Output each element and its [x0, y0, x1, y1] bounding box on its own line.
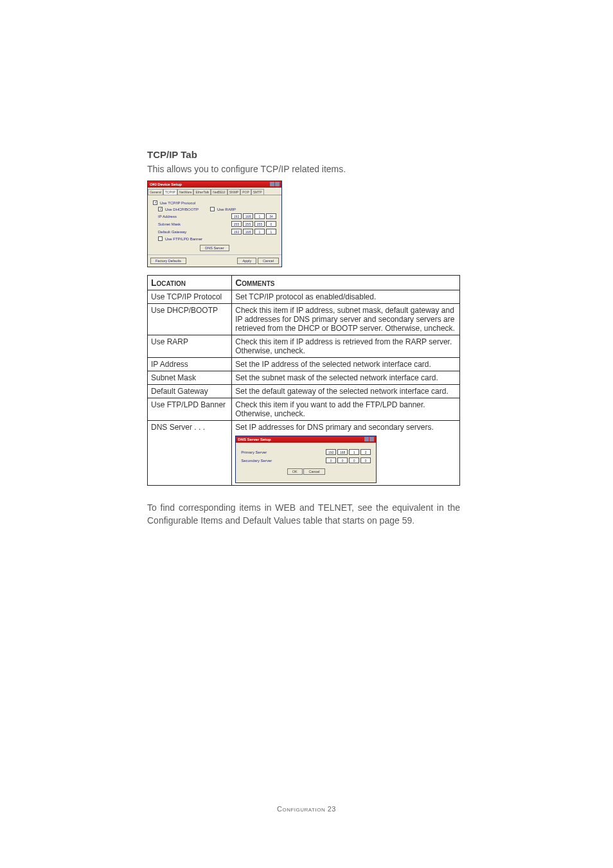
- closing-paragraph: To find corresponding items in WEB and T…: [147, 501, 460, 527]
- ip-octet[interactable]: 192: [231, 213, 242, 219]
- subnet-label: Subnet Mask: [158, 222, 193, 226]
- gateway-octet[interactable]: 1: [254, 229, 265, 235]
- ip-address-label: IP Address: [158, 215, 193, 218]
- dialog-tabs: GeneralTCP/IPNetWareEtherTalkNetBEUISNMP…: [148, 188, 281, 195]
- dns-primary-octet[interactable]: 192: [326, 449, 336, 455]
- gateway-octet[interactable]: 1: [266, 229, 276, 235]
- td-location: DNS Server . . .: [148, 421, 232, 486]
- help-icon[interactable]: [364, 437, 369, 441]
- dns-secondary-octet[interactable]: 0: [349, 457, 359, 463]
- td-comments: Set IP addresses for DNS primary and sec…: [232, 421, 460, 486]
- td-comments: Set the default gateway of the selected …: [232, 385, 460, 398]
- section-title: TCP/IP Tab: [147, 149, 460, 160]
- ip-octet[interactable]: 1: [254, 213, 265, 219]
- ip-octet[interactable]: 34: [266, 213, 276, 219]
- th-comments: Comments: [232, 276, 460, 290]
- tab-netbeui[interactable]: NetBEUI: [211, 189, 227, 195]
- comments-table: Location Comments Use TCP/IP ProtocolSet…: [147, 275, 460, 486]
- dns-dialog-titlebar: DNS Server Setup: [236, 436, 376, 443]
- tab-pop[interactable]: POP: [240, 189, 251, 195]
- td-comments: Set TCP/IP protocol as enabled/disabled.: [232, 290, 460, 304]
- tab-tcp-ip[interactable]: TCP/IP: [163, 189, 177, 195]
- td-location: Use FTP/LPD Banner: [148, 398, 232, 421]
- ftp-lpd-label: Use FTP/LPD Banner: [165, 237, 202, 241]
- window-buttons: [269, 182, 280, 187]
- dialog-titlebar: OKI Device Setup: [148, 181, 281, 188]
- td-comments: Check this item if you want to add the F…: [232, 398, 460, 421]
- td-location: Subnet Mask: [148, 371, 232, 385]
- use-rarp-label: Use RARP: [217, 208, 236, 211]
- subnet-octet[interactable]: 255: [243, 221, 253, 227]
- gateway-octet[interactable]: 168: [243, 229, 253, 235]
- dialog-title: OKI Device Setup: [150, 182, 182, 186]
- dns-primary-octet[interactable]: 2: [360, 449, 371, 455]
- tab-general[interactable]: General: [148, 189, 163, 195]
- dns-dialog: DNS Server SetupPrimary Server19216812Se…: [235, 436, 377, 483]
- dns-primary-octet[interactable]: 168: [337, 449, 348, 455]
- table-row: Use TCP/IP ProtocolSet TCP/IP protocol a…: [148, 290, 460, 304]
- td-comments: Set the IP address of the selected netwo…: [232, 358, 460, 371]
- table-row: IP AddressSet the IP address of the sele…: [148, 358, 460, 371]
- dns-dialog-title: DNS Server Setup: [238, 438, 271, 441]
- close-icon[interactable]: [275, 182, 280, 186]
- td-location: Use TCP/IP Protocol: [148, 290, 232, 304]
- th-location: Location: [148, 276, 232, 290]
- table-row: DNS Server . . .Set IP addresses for DNS…: [148, 421, 460, 486]
- window-buttons: [364, 437, 374, 442]
- ftp-lpd-checkbox[interactable]: [158, 236, 163, 241]
- dns-secondary-octet[interactable]: 0: [337, 457, 348, 463]
- table-row: Use FTP/LPD BannerCheck this item if you…: [148, 398, 460, 421]
- table-row: Use DHCP/BOOTPCheck this item if IP addr…: [148, 304, 460, 335]
- subnet-octet[interactable]: 255: [231, 221, 242, 227]
- dns-primary-octet[interactable]: 1: [349, 449, 359, 455]
- tab-smtp[interactable]: SMTP: [251, 189, 264, 195]
- tcpip-dialog: OKI Device Setup GeneralTCP/IPNetWareEth…: [147, 181, 282, 267]
- dns-secondary-octet[interactable]: 0: [326, 457, 336, 463]
- td-location: IP Address: [148, 358, 232, 371]
- subnet-octet[interactable]: 255: [254, 221, 265, 227]
- table-row: Default GatewaySet the default gateway o…: [148, 385, 460, 398]
- td-comments: Check this item if IP address, subnet ma…: [232, 304, 460, 335]
- help-icon[interactable]: [270, 182, 274, 186]
- cancel-button[interactable]: Cancel: [258, 258, 279, 264]
- use-tcpip-checkbox[interactable]: [153, 200, 157, 205]
- use-rarp-checkbox[interactable]: [210, 207, 215, 211]
- apply-button[interactable]: Apply: [237, 258, 256, 264]
- td-comments: Set the subnet mask of the selected netw…: [232, 371, 460, 385]
- table-row: Use RARPCheck this item if IP address is…: [148, 335, 460, 358]
- page-footer: Configuration 23: [0, 805, 613, 813]
- tab-netware[interactable]: NetWare: [177, 189, 194, 195]
- use-dhcp-label: Use DHCP/BOOTP: [165, 208, 199, 211]
- use-dhcp-checkbox[interactable]: [158, 207, 163, 211]
- td-comments: Check this item if IP address is retriev…: [232, 335, 460, 358]
- tab-ethertalk[interactable]: EtherTalk: [193, 189, 211, 195]
- subnet-octet[interactable]: 0: [266, 221, 276, 227]
- close-icon[interactable]: [369, 437, 374, 441]
- dns-secondary-octet[interactable]: 0: [360, 457, 371, 463]
- dns-secondary-label: Secondary Server: [241, 459, 286, 463]
- table-row: Subnet MaskSet the subnet mask of the se…: [148, 371, 460, 385]
- ip-octet[interactable]: 168: [243, 213, 253, 219]
- dns-ok-button[interactable]: OK: [287, 468, 303, 475]
- intro-text: This allows you to configure TCP/IP rela…: [147, 164, 460, 174]
- use-tcpip-label: Use TCP/IP Protocol: [160, 201, 195, 205]
- gateway-octet[interactable]: 192: [231, 229, 242, 235]
- gateway-label: Default Gateway: [158, 230, 193, 234]
- td-location: Use RARP: [148, 335, 232, 358]
- factory-defaults-button[interactable]: Factory Defaults: [150, 258, 186, 264]
- tab-snmp[interactable]: SNMP: [227, 189, 240, 195]
- dns-primary-label: Primary Server: [241, 450, 286, 454]
- td-location: Use DHCP/BOOTP: [148, 304, 232, 335]
- td-location: Default Gateway: [148, 385, 232, 398]
- dns-cancel-button[interactable]: Cancel: [303, 468, 324, 475]
- dns-server-button[interactable]: DNS Server: [200, 245, 229, 251]
